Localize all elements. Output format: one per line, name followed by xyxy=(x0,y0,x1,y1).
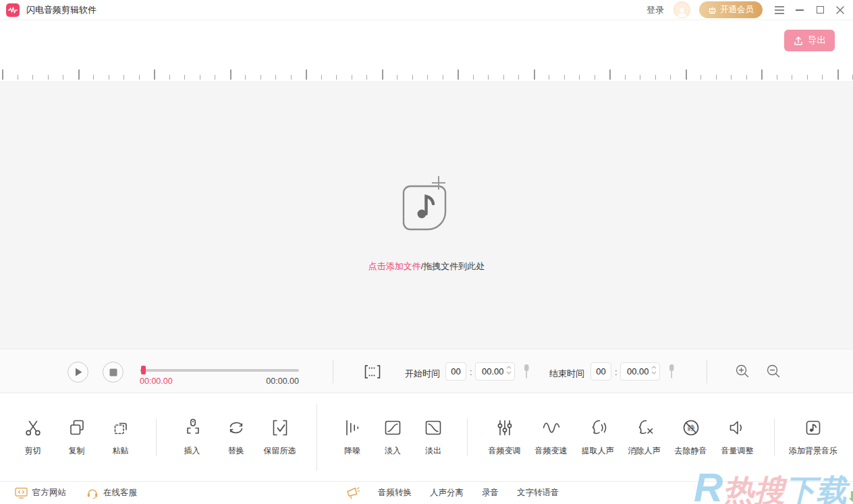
progress-track[interactable] xyxy=(140,369,299,372)
ruler-tick xyxy=(123,75,124,80)
speed-change-icon xyxy=(541,418,561,438)
footer-record[interactable]: 录音 xyxy=(482,487,499,499)
tool-cut[interactable]: 剪切 xyxy=(11,418,55,457)
total-time: 00:00.00 xyxy=(266,376,299,386)
ruler-tick xyxy=(230,69,231,80)
ruler-tick xyxy=(549,75,549,80)
play-button[interactable] xyxy=(67,362,88,383)
set-end-marker-button[interactable] xyxy=(667,364,676,379)
ruler-tick xyxy=(184,75,185,80)
toolbar-divider xyxy=(156,418,157,456)
tool-volume-adjust[interactable]: 音量调整 xyxy=(714,418,761,457)
ruler-tick xyxy=(670,75,671,80)
ruler-tick xyxy=(792,75,792,80)
login-link[interactable]: 登录 xyxy=(646,4,664,16)
title-bar: 闪电音频剪辑软件 登录 开通会员 xyxy=(0,0,853,20)
tool-label: 降噪 xyxy=(344,445,360,457)
cut-icon xyxy=(23,418,43,438)
tool-label: 复制 xyxy=(69,445,85,457)
crown-icon xyxy=(708,6,717,14)
start-time-separator: : xyxy=(470,367,472,377)
ruler-tick xyxy=(716,75,717,80)
current-time: 00:00.00 xyxy=(140,376,173,386)
tool-label: 插入 xyxy=(184,445,200,457)
denoise-icon xyxy=(342,418,362,438)
ruler-tick xyxy=(777,75,777,80)
ruler-tick xyxy=(154,69,155,80)
tool-fade-in[interactable]: 淡入 xyxy=(373,418,413,457)
tool-speed-change[interactable]: 音频变速 xyxy=(528,418,574,457)
maximize-button[interactable] xyxy=(810,0,830,20)
add-file-link[interactable]: 点击添加文件 xyxy=(368,261,421,271)
footer-text-to-speech[interactable]: 文字转语音 xyxy=(517,487,559,499)
ruler-tick xyxy=(564,75,565,80)
extract-vocal-icon xyxy=(588,418,608,438)
footer-official-website[interactable]: 官方网站 xyxy=(15,487,66,499)
tool-label: 添加背景音乐 xyxy=(789,445,837,457)
keep-selected-icon xyxy=(270,418,290,438)
timeline-ruler[interactable] xyxy=(0,66,853,81)
zoom-in-icon xyxy=(735,364,750,379)
ruler-tick xyxy=(18,75,18,80)
set-start-marker-button[interactable] xyxy=(522,364,531,379)
tool-denoise[interactable]: 降噪 xyxy=(332,418,373,457)
tool-remove-silence[interactable]: 静去除静音 xyxy=(667,418,714,457)
file-dropzone[interactable]: 点击添加文件/拖拽文件到此处 xyxy=(368,175,485,273)
pitch-shift-icon xyxy=(495,418,515,438)
ruler-tick xyxy=(291,75,292,80)
play-icon xyxy=(74,368,82,376)
ruler-tick xyxy=(245,75,246,80)
tool-label: 音频变调 xyxy=(489,445,521,457)
progress-bar[interactable]: 00:00.00 00:00.00 xyxy=(140,366,299,386)
start-minute-input[interactable] xyxy=(445,362,466,381)
ruler-tick xyxy=(837,69,839,80)
stop-button[interactable] xyxy=(103,362,123,383)
tool-extract-vocal[interactable]: 提取人声 xyxy=(574,418,621,457)
ruler-tick xyxy=(32,75,33,80)
maximize-icon xyxy=(817,6,824,13)
start-second-field xyxy=(475,362,515,381)
tool-label: 去除静音 xyxy=(675,445,707,457)
end-time-label: 结束时间 xyxy=(549,368,584,380)
ruler-tick xyxy=(595,75,595,80)
export-button[interactable]: 导出 xyxy=(784,30,835,51)
tool-add-bgm[interactable]: 添加背景音乐 xyxy=(788,418,838,457)
footer-audio-convert[interactable]: 音频转换 xyxy=(378,487,412,499)
tool-pitch-shift[interactable]: 音频变调 xyxy=(481,418,528,457)
footer-online-service[interactable]: 在线客服 xyxy=(86,487,137,499)
tool-copy[interactable]: 复制 xyxy=(55,418,99,457)
progress-handle[interactable] xyxy=(141,366,146,374)
close-button[interactable] xyxy=(830,0,850,20)
footer-vocal-separate[interactable]: 人声分离 xyxy=(430,487,464,499)
end-second-stepper[interactable] xyxy=(651,366,657,374)
tool-fade-out[interactable]: 淡出 xyxy=(413,418,453,457)
tool-remove-vocal[interactable]: 消除人声 xyxy=(621,418,667,457)
ruler-tick xyxy=(609,69,611,80)
tool-keep-selected[interactable]: 保留所选 xyxy=(258,418,302,457)
open-vip-button[interactable]: 开通会员 xyxy=(699,1,763,18)
ruler-tick xyxy=(336,75,337,80)
zoom-out-button[interactable] xyxy=(765,363,781,379)
minimize-button[interactable] xyxy=(790,0,810,20)
start-second-stepper[interactable] xyxy=(506,366,512,374)
tool-insert[interactable]: 插入 xyxy=(170,418,214,457)
ruler-tick xyxy=(366,75,367,80)
volume-adjust-icon xyxy=(727,418,748,438)
app-title: 闪电音频剪辑软件 xyxy=(26,4,97,16)
zoom-in-button[interactable] xyxy=(734,363,750,379)
menu-button[interactable] xyxy=(769,0,790,20)
service-icon xyxy=(86,487,99,499)
ruler-tick xyxy=(503,75,504,80)
ruler-tick xyxy=(321,75,322,80)
hamburger-icon xyxy=(775,6,784,14)
tool-replace[interactable]: 替换 xyxy=(214,418,258,457)
export-label: 导出 xyxy=(808,34,826,47)
tool-paste[interactable]: 粘贴 xyxy=(99,418,142,457)
avatar[interactable] xyxy=(673,1,690,18)
select-region-button[interactable] xyxy=(363,363,382,381)
tool-label: 替换 xyxy=(228,445,244,457)
ruler-tick xyxy=(260,75,261,80)
tool-label: 消除人声 xyxy=(628,445,661,457)
end-minute-input[interactable] xyxy=(590,362,611,381)
ruler-tick xyxy=(93,75,94,80)
